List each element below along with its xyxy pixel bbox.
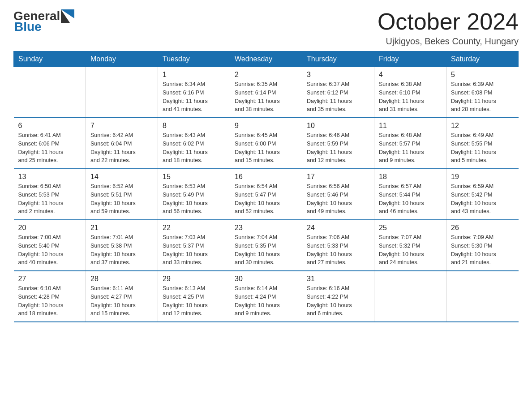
- calendar-day-cell: 21Sunrise: 7:01 AM Sunset: 5:38 PM Dayli…: [86, 220, 158, 271]
- day-info: Sunrise: 6:46 AM Sunset: 5:59 PM Dayligh…: [307, 131, 369, 165]
- day-number: 29: [163, 275, 225, 283]
- day-info: Sunrise: 6:48 AM Sunset: 5:57 PM Dayligh…: [379, 131, 442, 165]
- calendar-day-cell: 30Sunrise: 6:14 AM Sunset: 4:24 PM Dayli…: [230, 271, 302, 322]
- day-number: 4: [379, 71, 442, 79]
- calendar-day-cell: 27Sunrise: 6:10 AM Sunset: 4:28 PM Dayli…: [14, 271, 86, 322]
- day-number: 19: [451, 173, 514, 181]
- day-number: 17: [307, 173, 369, 181]
- day-number: 6: [18, 122, 82, 130]
- day-info: Sunrise: 7:06 AM Sunset: 5:33 PM Dayligh…: [307, 233, 369, 267]
- day-info: Sunrise: 7:07 AM Sunset: 5:32 PM Dayligh…: [379, 233, 442, 267]
- day-number: 16: [235, 173, 297, 181]
- day-info: Sunrise: 6:16 AM Sunset: 4:22 PM Dayligh…: [307, 284, 369, 318]
- day-info: Sunrise: 6:43 AM Sunset: 6:02 PM Dayligh…: [163, 131, 225, 165]
- day-number: 11: [379, 122, 442, 130]
- calendar-week-row: 6Sunrise: 6:41 AM Sunset: 6:06 PM Daylig…: [14, 118, 519, 169]
- calendar-day-cell: 5Sunrise: 6:39 AM Sunset: 6:08 PM Daylig…: [446, 67, 519, 118]
- calendar-day-cell: 23Sunrise: 7:04 AM Sunset: 5:35 PM Dayli…: [230, 220, 302, 271]
- day-info: Sunrise: 6:10 AM Sunset: 4:28 PM Dayligh…: [18, 284, 82, 318]
- day-number: 12: [451, 122, 514, 130]
- calendar-day-cell: 6Sunrise: 6:41 AM Sunset: 6:06 PM Daylig…: [14, 118, 86, 169]
- day-number: 15: [163, 173, 225, 181]
- day-info: Sunrise: 6:50 AM Sunset: 5:53 PM Dayligh…: [18, 182, 82, 216]
- page-title: October 2024: [378, 9, 519, 34]
- calendar-day-cell: 29Sunrise: 6:13 AM Sunset: 4:25 PM Dayli…: [158, 271, 230, 322]
- calendar-day-cell: 9Sunrise: 6:45 AM Sunset: 6:00 PM Daylig…: [230, 118, 302, 169]
- calendar-day-cell: 16Sunrise: 6:54 AM Sunset: 5:47 PM Dayli…: [230, 169, 302, 220]
- logo-icon: [61, 9, 74, 23]
- day-number: 20: [18, 224, 82, 232]
- calendar-day-cell: [86, 67, 158, 118]
- calendar-day-cell: [446, 271, 519, 322]
- calendar-day-cell: 25Sunrise: 7:07 AM Sunset: 5:32 PM Dayli…: [374, 220, 446, 271]
- title-section: October 2024 Ujkigyos, Bekes County, Hun…: [378, 9, 519, 47]
- day-info: Sunrise: 6:39 AM Sunset: 6:08 PM Dayligh…: [451, 80, 514, 114]
- calendar-day-cell: 8Sunrise: 6:43 AM Sunset: 6:02 PM Daylig…: [158, 118, 230, 169]
- day-info: Sunrise: 7:09 AM Sunset: 5:30 PM Dayligh…: [451, 233, 514, 267]
- day-number: 13: [18, 173, 82, 181]
- day-number: 27: [18, 275, 82, 283]
- logo-blue: Blue: [14, 20, 42, 34]
- calendar-day-cell: 1Sunrise: 6:34 AM Sunset: 6:16 PM Daylig…: [158, 67, 230, 118]
- weekday-header: Friday: [374, 51, 446, 67]
- day-number: 23: [235, 224, 297, 232]
- day-info: Sunrise: 7:04 AM Sunset: 5:35 PM Dayligh…: [235, 233, 297, 267]
- calendar-day-cell: 24Sunrise: 7:06 AM Sunset: 5:33 PM Dayli…: [302, 220, 374, 271]
- calendar-day-cell: 13Sunrise: 6:50 AM Sunset: 5:53 PM Dayli…: [14, 169, 86, 220]
- calendar-day-cell: 31Sunrise: 6:16 AM Sunset: 4:22 PM Dayli…: [302, 271, 374, 322]
- calendar-day-cell: 19Sunrise: 6:59 AM Sunset: 5:42 PM Dayli…: [446, 169, 519, 220]
- day-info: Sunrise: 6:35 AM Sunset: 6:14 PM Dayligh…: [235, 80, 297, 114]
- calendar-table: SundayMondayTuesdayWednesdayThursdayFrid…: [13, 51, 519, 322]
- day-info: Sunrise: 7:03 AM Sunset: 5:37 PM Dayligh…: [163, 233, 225, 267]
- calendar-day-cell: 26Sunrise: 7:09 AM Sunset: 5:30 PM Dayli…: [446, 220, 519, 271]
- day-number: 31: [307, 275, 369, 283]
- weekday-header: Monday: [86, 51, 158, 67]
- day-info: Sunrise: 6:34 AM Sunset: 6:16 PM Dayligh…: [163, 80, 225, 114]
- day-info: Sunrise: 6:38 AM Sunset: 6:10 PM Dayligh…: [379, 80, 442, 114]
- calendar-day-cell: 4Sunrise: 6:38 AM Sunset: 6:10 PM Daylig…: [374, 67, 446, 118]
- day-info: Sunrise: 6:59 AM Sunset: 5:42 PM Dayligh…: [451, 182, 514, 216]
- day-number: 21: [90, 224, 153, 232]
- day-number: 10: [307, 122, 369, 130]
- day-info: Sunrise: 6:14 AM Sunset: 4:24 PM Dayligh…: [235, 284, 297, 318]
- calendar-day-cell: 12Sunrise: 6:49 AM Sunset: 5:55 PM Dayli…: [446, 118, 519, 169]
- day-number: 30: [235, 275, 297, 283]
- day-info: Sunrise: 6:45 AM Sunset: 6:00 PM Dayligh…: [235, 131, 297, 165]
- weekday-header: Thursday: [302, 51, 374, 67]
- day-number: 22: [163, 224, 225, 232]
- logo: General Blue: [13, 9, 74, 34]
- day-number: 18: [379, 173, 442, 181]
- calendar-header: SundayMondayTuesdayWednesdayThursdayFrid…: [14, 51, 519, 67]
- calendar-day-cell: 10Sunrise: 6:46 AM Sunset: 5:59 PM Dayli…: [302, 118, 374, 169]
- day-number: 25: [379, 224, 442, 232]
- day-info: Sunrise: 6:41 AM Sunset: 6:06 PM Dayligh…: [18, 131, 82, 165]
- calendar-day-cell: 15Sunrise: 6:53 AM Sunset: 5:49 PM Dayli…: [158, 169, 230, 220]
- weekday-header: Sunday: [14, 51, 86, 67]
- weekday-header: Saturday: [446, 51, 519, 67]
- calendar-week-row: 27Sunrise: 6:10 AM Sunset: 4:28 PM Dayli…: [14, 271, 519, 322]
- day-number: 5: [451, 71, 514, 79]
- calendar-week-row: 20Sunrise: 7:00 AM Sunset: 5:40 PM Dayli…: [14, 220, 519, 271]
- day-info: Sunrise: 6:11 AM Sunset: 4:27 PM Dayligh…: [90, 284, 153, 318]
- day-number: 9: [235, 122, 297, 130]
- calendar-week-row: 13Sunrise: 6:50 AM Sunset: 5:53 PM Dayli…: [14, 169, 519, 220]
- day-info: Sunrise: 6:54 AM Sunset: 5:47 PM Dayligh…: [235, 182, 297, 216]
- day-info: Sunrise: 6:57 AM Sunset: 5:44 PM Dayligh…: [379, 182, 442, 216]
- calendar-day-cell: 7Sunrise: 6:42 AM Sunset: 6:04 PM Daylig…: [86, 118, 158, 169]
- day-info: Sunrise: 6:49 AM Sunset: 5:55 PM Dayligh…: [451, 131, 514, 165]
- calendar-day-cell: 2Sunrise: 6:35 AM Sunset: 6:14 PM Daylig…: [230, 67, 302, 118]
- day-info: Sunrise: 6:53 AM Sunset: 5:49 PM Dayligh…: [163, 182, 225, 216]
- calendar-week-row: 1Sunrise: 6:34 AM Sunset: 6:16 PM Daylig…: [14, 67, 519, 118]
- day-number: 14: [90, 173, 153, 181]
- day-info: Sunrise: 6:56 AM Sunset: 5:46 PM Dayligh…: [307, 182, 369, 216]
- calendar-day-cell: [14, 67, 86, 118]
- calendar-day-cell: 18Sunrise: 6:57 AM Sunset: 5:44 PM Dayli…: [374, 169, 446, 220]
- page-header: General Blue October 2024 Ujkigyos, Beke…: [13, 9, 519, 47]
- day-info: Sunrise: 6:42 AM Sunset: 6:04 PM Dayligh…: [90, 131, 153, 165]
- day-info: Sunrise: 6:37 AM Sunset: 6:12 PM Dayligh…: [307, 80, 369, 114]
- day-number: 8: [163, 122, 225, 130]
- calendar-day-cell: 14Sunrise: 6:52 AM Sunset: 5:51 PM Dayli…: [86, 169, 158, 220]
- day-info: Sunrise: 6:13 AM Sunset: 4:25 PM Dayligh…: [163, 284, 225, 318]
- day-number: 1: [163, 71, 225, 79]
- calendar-body: 1Sunrise: 6:34 AM Sunset: 6:16 PM Daylig…: [14, 67, 519, 322]
